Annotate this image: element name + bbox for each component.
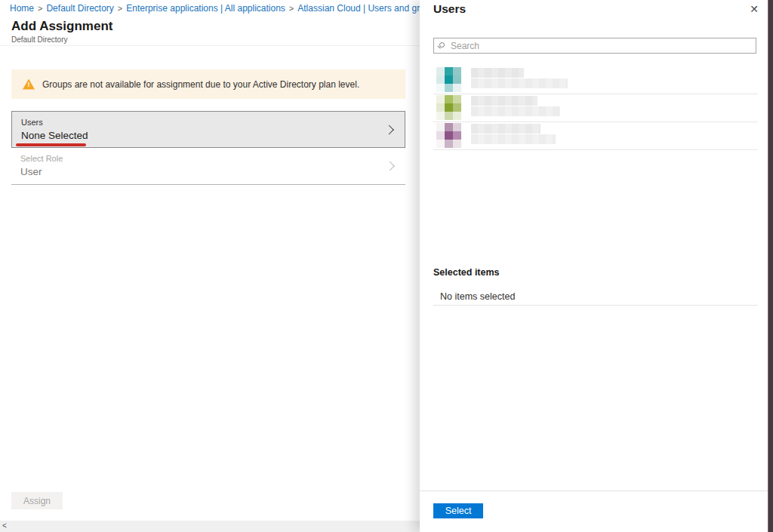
blurred-name-bar	[471, 78, 568, 88]
blurred-name-bar	[471, 134, 556, 144]
user-list	[420, 66, 773, 150]
main-content: Home>Default Directory>Enterprise applic…	[0, 0, 420, 532]
search-box	[433, 38, 756, 54]
close-icon[interactable]: ✕	[747, 2, 761, 16]
assign-button[interactable]: Assign	[11, 492, 63, 509]
selected-items-heading: Selected items	[433, 267, 500, 278]
page-subtitle: Default Directory	[11, 35, 67, 44]
select-button[interactable]: Select	[433, 503, 483, 518]
horizontal-scrollbar[interactable]: <	[0, 521, 420, 532]
red-underline-annotation	[16, 143, 86, 146]
blurred-name-bar	[471, 106, 560, 116]
warning-text: Groups are not available for assignment …	[42, 79, 359, 90]
users-panel: Users ✕	[420, 0, 773, 532]
page-header: Add Assignment Default Directory	[0, 15, 420, 46]
list-divider	[433, 149, 758, 150]
users-picker-label: Users	[21, 118, 43, 127]
role-picker-label: Select Role	[20, 154, 63, 163]
breadcrumb-separator: >	[118, 4, 122, 13]
breadcrumb-atlassian-cloud[interactable]: Atlassian Cloud | Users and groups	[297, 3, 420, 14]
user-list-item[interactable]	[420, 94, 773, 122]
breadcrumb-default-directory[interactable]: Default Directory	[46, 3, 113, 14]
no-items-selected-text: No items selected	[440, 291, 515, 302]
user-list-item[interactable]	[420, 66, 773, 94]
user-avatar	[436, 123, 461, 148]
breadcrumb-enterprise-applications[interactable]: Enterprise applications | All applicatio…	[126, 3, 285, 14]
blurred-name-bar	[471, 124, 540, 134]
users-picker-value: None Selected	[21, 130, 88, 141]
warning-triangle-icon	[23, 79, 35, 90]
page-title: Add Assignment	[11, 19, 112, 34]
breadcrumb-home[interactable]: Home	[10, 3, 34, 14]
users-picker-row[interactable]: Users None Selected	[11, 111, 405, 148]
selected-items-divider	[433, 305, 758, 306]
chevron-right-icon	[385, 161, 395, 171]
search-icon	[439, 42, 445, 48]
breadcrumb: Home>Default Directory>Enterprise applic…	[10, 3, 420, 15]
window-edge-strip	[768, 0, 773, 532]
user-avatar	[436, 95, 461, 120]
warning-banner: Groups are not available for assignment …	[11, 69, 405, 99]
search-input[interactable]	[451, 38, 753, 53]
scroll-left-arrow-icon[interactable]: <	[2, 521, 7, 530]
chevron-right-icon	[384, 125, 394, 134]
panel-title: Users	[433, 2, 466, 16]
blurred-name-bar	[471, 96, 537, 106]
panel-footer-divider	[420, 490, 773, 491]
breadcrumb-separator: >	[289, 4, 294, 13]
role-picker-value: User	[20, 166, 42, 177]
blurred-name-bar	[471, 68, 524, 78]
user-avatar	[436, 67, 461, 92]
role-picker-row[interactable]: Select Role User	[11, 148, 405, 185]
user-list-item[interactable]	[420, 122, 773, 150]
breadcrumb-separator: >	[38, 4, 42, 13]
